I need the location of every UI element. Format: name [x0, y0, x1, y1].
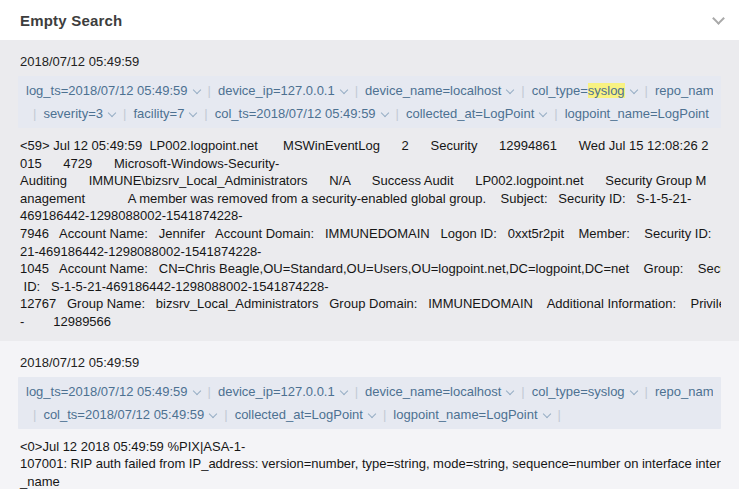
log-message-line: 12767 Group Name: bizsrv_Local_Administr… [18, 295, 721, 313]
chevron-down-icon[interactable] [542, 409, 550, 417]
log-message-line: - 12989566 [18, 313, 721, 331]
tag-separator: | [383, 407, 386, 422]
tag-key: device_ip= [218, 384, 281, 399]
log-field-tag[interactable]: device_name=localhost [365, 83, 514, 98]
tag-key: col_type= [532, 384, 588, 399]
tag-value: 127.0.0.1 [281, 384, 335, 399]
log-field-tag[interactable]: col_ts=2018/07/12 05:49:59 [215, 106, 389, 121]
tag-key: log_ts= [26, 83, 68, 98]
tag-key: col_ts= [215, 106, 257, 121]
chevron-down-icon[interactable] [189, 109, 197, 117]
tag-key: collected_at= [406, 106, 483, 121]
log-timestamp: 2018/07/12 05:49:59 [18, 355, 721, 370]
log-message: <0>Jul 12 2018 05:49:59 %PIX|ASA-1-10700… [18, 438, 721, 489]
chevron-down-icon[interactable] [539, 109, 547, 117]
log-field-tag[interactable]: facility=7 [133, 106, 197, 121]
tag-value: 7 [177, 106, 184, 121]
log-message-line: anagement A member was removed from a se… [18, 190, 721, 208]
log-field-tag[interactable]: repo_name=_logpoint [655, 83, 713, 98]
chevron-down-icon[interactable] [629, 86, 637, 94]
chevron-down-icon[interactable] [368, 409, 376, 417]
log-field-tag[interactable]: logpoint_name=LogPoint [393, 407, 550, 422]
tag-key: device_name= [365, 83, 450, 98]
log-entries: 2018/07/12 05:49:59 log_ts=2018/07/12 05… [0, 40, 739, 489]
tag-value: 2018/07/12 05:49:59 [68, 384, 187, 399]
chevron-down-icon[interactable] [380, 109, 388, 117]
tag-value: syslog [588, 384, 625, 399]
tag-rows: log_ts=2018/07/12 05:49:59|device_ip=127… [18, 76, 721, 128]
tag-value: 127.0.0.1 [281, 83, 335, 98]
tag-value: LogPoint [312, 407, 363, 422]
tag-key: logpoint_name= [393, 407, 486, 422]
log-entry: 2018/07/12 05:49:59 log_ts=2018/07/12 05… [0, 341, 739, 489]
tag-separator: | [521, 384, 524, 399]
log-field-tag[interactable]: repo_name=_logpoint [655, 384, 713, 399]
log-message-line: ID: S-1-5-21-469186442-1298088002-154187… [18, 278, 721, 296]
tag-separator: | [558, 407, 561, 422]
tag-separator: | [645, 83, 648, 98]
tag-value: localhost [450, 83, 501, 98]
log-field-tag[interactable]: col_type=syslog [532, 83, 638, 98]
log-field-tag[interactable]: device_ip=127.0.0.1 [218, 83, 348, 98]
log-field-tag[interactable]: collected_at=LogPoint [235, 407, 376, 422]
tag-separator: | [396, 106, 399, 121]
chevron-down-icon[interactable] [209, 409, 217, 417]
log-message-line: 107001: RIP auth failed from IP_address:… [18, 455, 721, 473]
log-field-tag[interactable]: device_ip=127.0.0.1 [218, 384, 348, 399]
chevron-down-icon[interactable] [108, 109, 116, 117]
tag-value: LogPoint [658, 106, 709, 121]
tag-key: repo_name= [655, 83, 713, 98]
log-message-line: 7946 Account Name: Jennifer Account Doma… [18, 225, 721, 243]
tag-key: collected_at= [235, 407, 312, 422]
tag-separator: | [33, 106, 36, 121]
tag-separator: | [208, 384, 211, 399]
tag-key: device_ip= [218, 83, 281, 98]
tag-separator: | [208, 83, 211, 98]
log-field-tag[interactable]: log_ts=2018/07/12 05:49:59 [26, 384, 201, 399]
log-message-line: 1045 Account Name: CN=Chris Beagle,OU=St… [18, 260, 721, 278]
chevron-down-icon[interactable] [192, 86, 200, 94]
log-field-tag[interactable]: collected_at=LogPoint [406, 106, 547, 121]
tag-separator: | [521, 83, 524, 98]
log-field-tag[interactable]: col_ts=2018/07/12 05:49:59 [43, 407, 217, 422]
tag-row: |col_ts=2018/07/12 05:49:59|collected_at… [26, 403, 713, 426]
chevron-down-icon[interactable] [339, 86, 347, 94]
tag-key: facility= [133, 106, 177, 121]
tag-separator: | [554, 106, 557, 121]
chevron-down-icon[interactable] [629, 386, 637, 394]
chevron-down-icon[interactable] [506, 86, 514, 94]
chevron-down-icon[interactable] [339, 386, 347, 394]
tag-rows: log_ts=2018/07/12 05:49:59|device_ip=127… [18, 377, 721, 429]
chevron-down-icon[interactable] [712, 12, 725, 25]
tag-key: severity= [43, 106, 95, 121]
log-message-line: 469186442-1298088002-1541874228- [18, 207, 721, 225]
log-field-tag[interactable]: device_name=localhost [365, 384, 514, 399]
tag-value: localhost [450, 384, 501, 399]
tag-separator: | [33, 407, 36, 422]
log-entry: 2018/07/12 05:49:59 log_ts=2018/07/12 05… [0, 40, 739, 341]
log-field-tag[interactable]: severity=3 [43, 106, 116, 121]
log-message-line: 015 4729 Microsoft-Windows-Security- [18, 155, 721, 173]
log-message-line: <0>Jul 12 2018 05:49:59 %PIX|ASA-1- [18, 438, 721, 456]
tag-key: logpoint_name= [565, 106, 658, 121]
log-message: <59> Jul 12 05:49:59 LP002.logpoint.net … [18, 137, 721, 331]
tag-row: |severity=3|facility=7|col_ts=2018/07/12… [26, 102, 713, 125]
panel-title: Empty Search [20, 12, 122, 29]
tag-key: repo_name= [655, 384, 713, 399]
chevron-down-icon[interactable] [192, 386, 200, 394]
log-field-tag[interactable]: col_type=syslog [532, 384, 638, 399]
tag-value: 3 [96, 106, 103, 121]
chevron-down-icon[interactable] [506, 386, 514, 394]
tag-key: col_ts= [43, 407, 85, 422]
tag-key: log_ts= [26, 384, 68, 399]
log-timestamp: 2018/07/12 05:49:59 [18, 54, 721, 69]
log-field-tag[interactable]: log_ts=2018/07/12 05:49:59 [26, 83, 201, 98]
log-field-tag[interactable]: logpoint_name=LogPoint [565, 106, 713, 121]
log-message-line: 21-469186442-1298088002-1541874228- [18, 243, 721, 261]
tag-key: col_type= [532, 83, 588, 98]
tag-value: 2018/07/12 05:49:59 [68, 83, 187, 98]
tag-value: 2018/07/12 05:49:59 [85, 407, 204, 422]
tag-value: syslog [588, 83, 625, 98]
tag-value: LogPoint [483, 106, 534, 121]
tag-separator: | [224, 407, 227, 422]
